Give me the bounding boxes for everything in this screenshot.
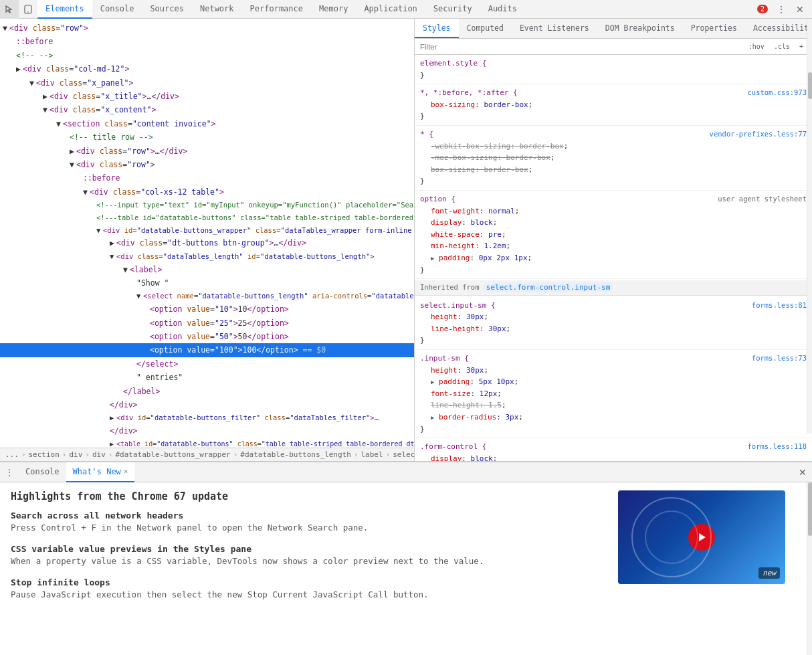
triangle-icon[interactable]: ▼ bbox=[29, 77, 36, 89]
style-source-link[interactable]: forms.less:73 bbox=[752, 353, 807, 364]
dom-line[interactable]: ::before bbox=[0, 171, 414, 185]
triangle-icon[interactable]: ▶ bbox=[43, 90, 49, 102]
video-thumbnail[interactable]: new bbox=[618, 490, 785, 584]
dom-line[interactable]: ▼<div class="x_content"> bbox=[0, 103, 414, 116]
dom-line[interactable]: ▶<table id="datatable-buttons" class="ta… bbox=[0, 438, 414, 448]
triangle-icon[interactable]: ▶ bbox=[70, 145, 76, 157]
triangle-icon[interactable]: ▼ bbox=[110, 251, 116, 262]
bottom-tab-console[interactable]: Console bbox=[19, 462, 66, 482]
triangle-prop-icon[interactable]: ▶ bbox=[431, 379, 434, 385]
breadcrumb-item[interactable]: select bbox=[393, 450, 414, 459]
filter-hov-button[interactable]: :hov bbox=[745, 41, 768, 52]
breadcrumb-item[interactable]: #datatable-buttons_length bbox=[240, 450, 351, 459]
dom-line[interactable]: ▼<div class="x_panel"> bbox=[0, 76, 414, 90]
tab-application[interactable]: Application bbox=[356, 0, 425, 19]
triangle-icon[interactable]: ▶ bbox=[110, 237, 116, 249]
dom-line[interactable]: ::before bbox=[0, 35, 414, 48]
dom-line[interactable]: ▼<select name="datatable-buttons_length"… bbox=[0, 290, 414, 302]
dom-line[interactable]: ▼<div id="datatable-buttons_wrapper" cla… bbox=[0, 224, 414, 237]
dom-line[interactable]: ▶<div id="datatable-buttons_filter" clas… bbox=[0, 411, 414, 424]
dom-line[interactable]: ▶<div class="dt-buttons btn-group">…</di… bbox=[0, 236, 414, 250]
tab-close-button[interactable]: × bbox=[124, 467, 128, 476]
style-source-link[interactable]: forms.less:118 bbox=[747, 441, 807, 452]
triangle-icon[interactable]: ▼ bbox=[70, 159, 76, 171]
dom-line[interactable]: <option value="25">25</option> bbox=[0, 316, 414, 330]
triangle-icon[interactable]: ▶ bbox=[110, 439, 116, 448]
tab-accessibility[interactable]: Accessibility bbox=[745, 19, 812, 38]
style-prop: line-height: 1.5; bbox=[420, 399, 807, 411]
dom-line[interactable]: </label> bbox=[0, 385, 414, 398]
tab-network[interactable]: Network bbox=[192, 0, 242, 19]
breadcrumb-item[interactable]: ... bbox=[5, 450, 19, 459]
dom-line[interactable]: " entries" bbox=[0, 371, 414, 384]
triangle-icon[interactable]: ▼ bbox=[56, 118, 63, 130]
breadcrumb-item[interactable]: div bbox=[69, 450, 82, 459]
triangle-icon[interactable]: ▼ bbox=[96, 225, 103, 236]
triangle-prop-icon[interactable]: ▶ bbox=[431, 414, 434, 421]
dom-line[interactable]: ▼<section class="content invoice"> bbox=[0, 117, 414, 130]
selected-dom-line[interactable]: <option value="100">100</option> == $0 bbox=[0, 343, 414, 357]
feature-desc: Pause JavaScript execution then select t… bbox=[11, 589, 607, 601]
dom-line[interactable]: </div> bbox=[0, 398, 414, 411]
tab-sources[interactable]: Sources bbox=[142, 0, 192, 19]
tab-memory[interactable]: Memory bbox=[311, 0, 356, 19]
dom-content[interactable]: ▼<div class="row"> ::before <!-- --> ▶<d… bbox=[0, 19, 414, 448]
breadcrumb-item[interactable]: div bbox=[92, 450, 106, 459]
bottom-panel-icon[interactable]: ⋮ bbox=[3, 463, 16, 482]
dom-line[interactable]: <option value="10">10</option> bbox=[0, 302, 414, 316]
breadcrumb-item[interactable]: section bbox=[29, 450, 60, 459]
triangle-icon[interactable]: ▼ bbox=[136, 290, 143, 302]
styles-content[interactable]: element.style { } custom.css:973 *, *:be… bbox=[415, 55, 812, 461]
inherited-selector[interactable]: select.form-control.input-sm bbox=[484, 282, 613, 292]
tab-dom-breakpoints[interactable]: DOM Breakpoints bbox=[597, 19, 683, 38]
inherited-label: Inherited from select.form-control.input… bbox=[415, 280, 812, 296]
tab-computed[interactable]: Computed bbox=[459, 19, 512, 38]
tab-performance[interactable]: Performance bbox=[242, 0, 311, 19]
style-source-link[interactable]: forms.less:81 bbox=[752, 300, 807, 311]
dom-line[interactable]: ▼<div class="dataTables_length" id="data… bbox=[0, 250, 414, 263]
mobile-icon[interactable] bbox=[19, 0, 37, 19]
more-options-button[interactable]: ⋮ bbox=[772, 0, 791, 19]
filter-input[interactable] bbox=[420, 43, 742, 51]
dom-line[interactable]: ▼<div class="row"> bbox=[0, 21, 414, 35]
dom-line[interactable]: <!-- --> bbox=[0, 49, 414, 62]
dom-line[interactable]: ▶<div class="row">…</div> bbox=[0, 145, 414, 158]
dom-line[interactable]: ▼<label> bbox=[0, 263, 414, 276]
dom-line[interactable]: ▶<div class="x_title">…</div> bbox=[0, 90, 414, 103]
dom-line[interactable]: ▶<div class="col-md-12"> bbox=[0, 62, 414, 76]
cursor-icon[interactable] bbox=[0, 0, 19, 19]
dom-line[interactable]: </div> bbox=[0, 424, 414, 438]
style-source-link[interactable]: custom.css:973 bbox=[747, 87, 807, 98]
tab-event-listeners[interactable]: Event Listeners bbox=[512, 19, 597, 38]
dom-line[interactable]: </select> bbox=[0, 357, 414, 371]
dom-line[interactable]: <!---table id="datatable-buttons" class=… bbox=[0, 211, 414, 224]
breadcrumb-item[interactable]: #datatable-buttons_wrapper bbox=[115, 450, 230, 459]
tab-console[interactable]: Console bbox=[92, 0, 142, 19]
triangle-icon[interactable]: ▶ bbox=[16, 63, 23, 75]
triangle-icon[interactable]: ▼ bbox=[123, 264, 130, 276]
tab-elements[interactable]: Elements bbox=[37, 0, 92, 19]
dom-line[interactable]: ▼<div class="col-xs-12 table"> bbox=[0, 185, 414, 199]
filter-cls-button[interactable]: .cls bbox=[771, 41, 793, 52]
bottom-tab-whatsnew[interactable]: What's New × bbox=[66, 462, 135, 482]
dom-line[interactable]: "Show " bbox=[0, 276, 414, 290]
breadcrumb-item[interactable]: label bbox=[361, 450, 383, 459]
triangle-icon[interactable]: ▼ bbox=[83, 186, 90, 198]
close-devtools-button[interactable]: ✕ bbox=[791, 0, 809, 19]
triangle-icon[interactable]: ▼ bbox=[43, 104, 49, 116]
triangle-icon[interactable]: ▼ bbox=[3, 22, 9, 34]
bottom-scrollbar-thumb[interactable] bbox=[808, 482, 812, 536]
tab-audits[interactable]: Audits bbox=[480, 0, 525, 19]
dom-line[interactable]: <!---input type="text" id="myInput" onke… bbox=[0, 199, 414, 211]
filter-add-button[interactable]: + bbox=[796, 41, 807, 52]
tab-properties[interactable]: Properties bbox=[683, 19, 745, 38]
dom-line[interactable]: <option value="50">50</option> bbox=[0, 330, 414, 343]
close-bottom-panel-button[interactable]: ✕ bbox=[796, 467, 809, 478]
tab-styles[interactable]: Styles bbox=[415, 19, 459, 38]
dom-line[interactable]: <!-- title row --> bbox=[0, 130, 414, 144]
triangle-prop-icon[interactable]: ▶ bbox=[431, 255, 434, 262]
triangle-icon[interactable]: ▶ bbox=[110, 412, 116, 424]
tab-security[interactable]: Security bbox=[425, 0, 480, 19]
dom-line[interactable]: ▼<div class="row"> bbox=[0, 158, 414, 171]
style-source-link[interactable]: vendor-prefixes.less:77 bbox=[710, 128, 807, 140]
